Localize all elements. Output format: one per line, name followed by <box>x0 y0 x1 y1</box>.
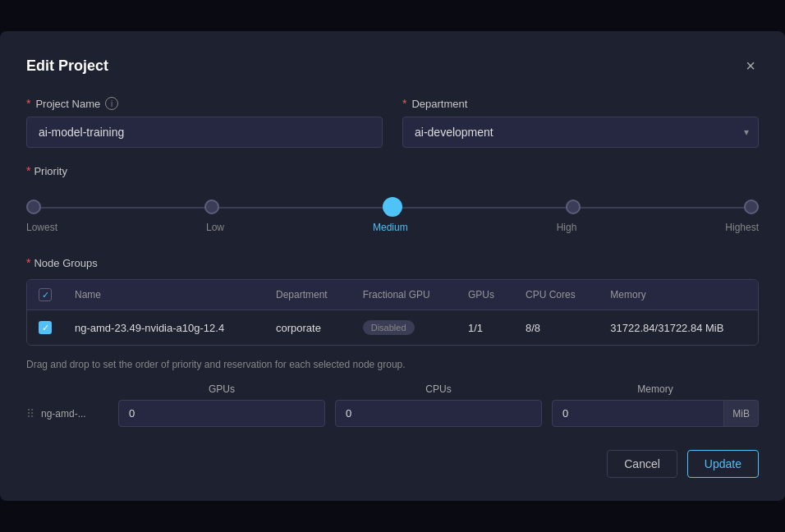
modal-title: Edit Project <box>26 57 108 75</box>
department-select-wrapper: ai-development corporate engineering ▾ <box>402 117 759 148</box>
department-label: * Department <box>402 97 759 110</box>
resource-name-col-placeholder <box>26 383 108 395</box>
drag-info-text: Drag and drop to set the order of priori… <box>26 359 759 370</box>
department-label-text: Department <box>411 98 467 110</box>
th-checkbox: ✓ <box>27 280 63 310</box>
row-name: ng-amd-23.49-nvidia-a10g-12.4 <box>63 310 264 346</box>
table-row: ✓ ng-amd-23.49-nvidia-a10g-12.4 corporat… <box>27 310 758 346</box>
th-department: Department <box>264 280 351 310</box>
project-name-required-star: * <box>26 97 30 110</box>
drag-handle-icon[interactable]: ⠿ <box>26 407 34 420</box>
priority-dots <box>26 200 759 217</box>
th-fractional-gpu: Fractional GPU <box>351 280 457 310</box>
gpus-input-wrapper <box>118 400 325 427</box>
priority-label-medium: Medium <box>373 222 408 233</box>
project-name-input[interactable] <box>26 117 383 148</box>
priority-label-text: Priority <box>34 165 67 177</box>
th-name: Name <box>63 280 264 310</box>
priority-dot-high[interactable] <box>566 200 581 214</box>
row-gpus: 1/1 <box>457 310 514 346</box>
gpus-input[interactable] <box>118 400 325 427</box>
close-button[interactable]: × <box>742 54 759 77</box>
row-department: corporate <box>264 310 351 346</box>
department-group: * Department ai-development corporate en… <box>402 97 759 148</box>
header-checkbox[interactable]: ✓ <box>39 288 52 301</box>
priority-dot-medium[interactable] <box>383 197 402 217</box>
modal-overlay: Edit Project × * Project Name i * Depart… <box>0 0 785 532</box>
memory-input[interactable] <box>552 400 724 427</box>
resource-header-row: GPUs CPUs Memory <box>26 383 759 395</box>
row-checkbox-cell: ✓ <box>27 310 63 346</box>
priority-label-high: High <box>557 222 577 233</box>
row-checkbox[interactable]: ✓ <box>39 321 52 334</box>
priority-section: * Priority Lowest Low Medium <box>26 164 759 236</box>
department-required-star: * <box>402 97 406 110</box>
th-cpu-cores: CPU Cores <box>514 280 599 310</box>
resource-input-row: ⠿ ng-amd-... MiB <box>26 400 759 427</box>
edit-project-modal: Edit Project × * Project Name i * Depart… <box>0 31 785 501</box>
form-top-row: * Project Name i * Department ai-develop… <box>26 97 759 148</box>
cpus-input[interactable] <box>335 400 542 427</box>
priority-required-star: * <box>26 164 30 177</box>
node-groups-label-text: Node Groups <box>34 257 97 269</box>
priority-labels: Lowest Low Medium High Highest <box>26 222 759 233</box>
row-cpu-cores: 8/8 <box>514 310 599 346</box>
row-fractional-gpu: Disabled <box>351 310 457 346</box>
priority-dot-low[interactable] <box>204 200 219 214</box>
node-groups-table-wrapper: ✓ Name Department Fractional GPU GPUs CP… <box>26 279 759 346</box>
priority-track-wrapper: Lowest Low Medium High Highest <box>26 187 759 236</box>
project-name-label-text: Project Name <box>35 98 100 110</box>
mib-unit-badge: MiB <box>724 400 759 427</box>
resource-memory-col-label: Memory <box>552 383 759 395</box>
department-select[interactable]: ai-development corporate engineering <box>402 117 759 148</box>
modal-header: Edit Project × <box>26 54 759 77</box>
resource-node-name: ng-amd-... <box>41 408 86 420</box>
memory-input-wrapper: MiB <box>552 400 759 427</box>
priority-dot-lowest[interactable] <box>26 200 41 214</box>
fractional-gpu-badge: Disabled <box>363 320 415 335</box>
priority-label-lowest: Lowest <box>26 222 57 233</box>
th-gpus: GPUs <box>457 280 514 310</box>
resource-allocation-section: GPUs CPUs Memory ⠿ ng-amd-... MiB <box>26 383 759 427</box>
th-memory: Memory <box>599 280 758 310</box>
priority-label: * Priority <box>26 164 759 177</box>
project-name-info-icon[interactable]: i <box>105 97 118 110</box>
table-header-row: ✓ Name Department Fractional GPU GPUs CP… <box>27 280 758 310</box>
row-memory: 31722.84/31722.84 MiB <box>599 310 758 346</box>
node-groups-table: ✓ Name Department Fractional GPU GPUs CP… <box>27 280 758 345</box>
project-name-group: * Project Name i <box>26 97 383 148</box>
priority-track <box>26 207 759 209</box>
cpus-input-wrapper <box>335 400 542 427</box>
update-button[interactable]: Update <box>687 450 759 478</box>
node-groups-label: * Node Groups <box>26 256 759 269</box>
modal-footer: Cancel Update <box>26 450 759 478</box>
node-groups-section: * Node Groups ✓ Name Department Fraction… <box>26 256 759 346</box>
cancel-button[interactable]: Cancel <box>607 450 677 478</box>
project-name-label: * Project Name i <box>26 97 383 110</box>
node-groups-required-star: * <box>26 256 30 269</box>
priority-dot-highest[interactable] <box>744 200 759 214</box>
resource-gpus-col-label: GPUs <box>118 383 325 395</box>
priority-label-low: Low <box>206 222 224 233</box>
priority-label-highest: Highest <box>725 222 759 233</box>
resource-node-name-cell: ⠿ ng-amd-... <box>26 407 108 420</box>
resource-cpus-col-label: CPUs <box>335 383 542 395</box>
